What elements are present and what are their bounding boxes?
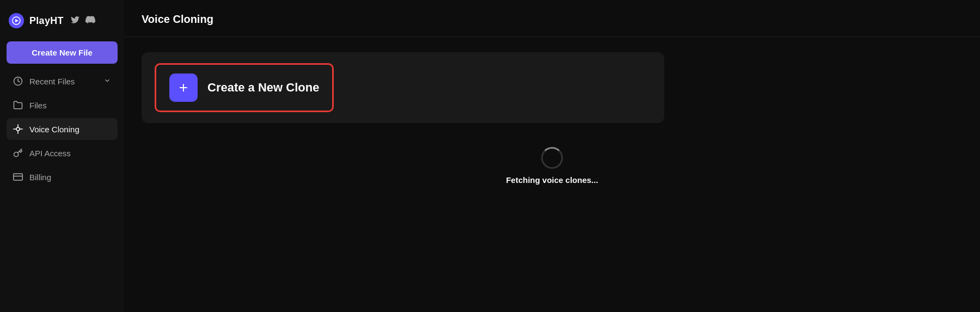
key-icon	[13, 148, 23, 158]
twitter-icon[interactable]	[70, 15, 80, 27]
sidebar-item-label: Voice Cloning	[29, 125, 79, 134]
page-title: Voice Cloning	[142, 13, 963, 26]
sidebar-item-label: Files	[29, 101, 47, 110]
main-content: Voice Cloning + Create a New Clone Fetch…	[124, 0, 980, 312]
sidebar-item-label: Billing	[29, 173, 51, 182]
sidebar-item-recent-files[interactable]: Recent Files	[7, 70, 118, 92]
clock-icon	[13, 76, 23, 86]
sidebar-item-api-access[interactable]: API Access	[7, 142, 118, 164]
logo-text: PlayHT	[29, 15, 64, 27]
content-area: + Create a New Clone Fetching voice clon…	[124, 37, 980, 209]
sidebar-item-label: Recent Files	[29, 77, 75, 86]
create-new-file-button[interactable]: Create New File	[7, 41, 118, 64]
plus-symbol: +	[179, 80, 188, 95]
voice-cloning-icon	[13, 124, 23, 134]
clone-card-container: + Create a New Clone	[142, 52, 664, 123]
loading-text: Fetching voice clones...	[506, 175, 598, 185]
sidebar-item-voice-cloning[interactable]: Voice Cloning	[7, 118, 118, 140]
svg-marker-1	[15, 19, 19, 22]
create-new-clone-button[interactable]: + Create a New Clone	[155, 63, 334, 112]
plus-icon: +	[169, 74, 198, 102]
sidebar: PlayHT Create New File Recent Files	[0, 0, 124, 312]
playht-logo-icon	[9, 13, 24, 28]
chevron-down-icon	[103, 77, 111, 86]
folder-icon	[13, 100, 23, 110]
loading-spinner	[541, 147, 563, 169]
sidebar-item-billing[interactable]: Billing	[7, 166, 118, 188]
social-icons	[70, 15, 95, 27]
page-header: Voice Cloning	[124, 0, 980, 37]
sidebar-item-label: API Access	[29, 149, 71, 158]
svg-point-3	[16, 127, 20, 131]
sidebar-item-files[interactable]: Files	[7, 94, 118, 116]
loading-area: Fetching voice clones...	[142, 138, 963, 193]
create-clone-label: Create a New Clone	[207, 81, 319, 95]
svg-rect-8	[14, 174, 23, 180]
logo-area: PlayHT	[7, 9, 118, 33]
discord-icon[interactable]	[85, 15, 95, 27]
billing-icon	[13, 172, 23, 182]
